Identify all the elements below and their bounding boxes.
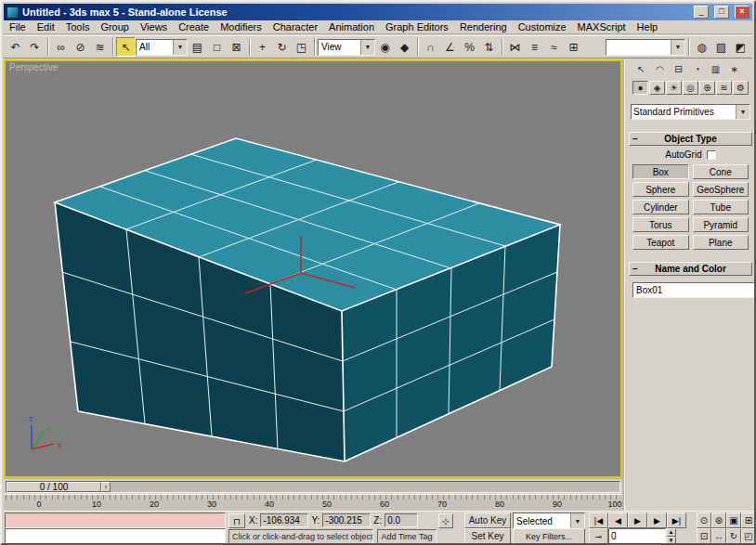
perspective-viewport[interactable]: Perspective bbox=[4, 59, 622, 478]
pyramid-button[interactable]: Pyramid bbox=[693, 217, 749, 232]
bind-to-space-warp-icon[interactable]: ≋ bbox=[90, 37, 110, 57]
window-crossing-icon[interactable]: ⊠ bbox=[227, 37, 246, 57]
title-bar[interactable]: Untitled - 3ds max 5 - Stand-alone Licen… bbox=[4, 4, 752, 20]
selection-lock-toggle[interactable]: ⊓ bbox=[228, 513, 245, 528]
key-mode-toggle[interactable]: ⊸ bbox=[589, 528, 608, 544]
undo-icon[interactable]: ↶ bbox=[6, 37, 25, 57]
object-type-rollout-header[interactable]: − Object Type bbox=[629, 132, 752, 146]
viewport-label[interactable]: Perspective bbox=[9, 62, 58, 72]
track-bar[interactable]: 0 10 20 30 40 50 60 70 80 90 100 bbox=[4, 494, 622, 511]
menu-group[interactable]: Group bbox=[95, 20, 135, 33]
schematic-view-icon[interactable]: ⊞ bbox=[564, 37, 583, 57]
select-and-link-icon[interactable]: ∞ bbox=[51, 37, 71, 57]
go-to-start-button[interactable]: |◀ bbox=[589, 513, 608, 528]
select-object-icon[interactable]: ↖ bbox=[116, 37, 136, 57]
menu-maxscript[interactable]: MAXScript bbox=[572, 20, 632, 33]
curve-editor-icon[interactable]: ≈ bbox=[544, 37, 564, 57]
chevron-down-icon[interactable]: ▼ bbox=[570, 513, 584, 528]
name-color-rollout-header[interactable]: − Name and Color bbox=[629, 262, 752, 276]
render-scene-icon[interactable]: ▨ bbox=[711, 37, 731, 57]
min-max-toggle-icon[interactable]: ◰ bbox=[741, 528, 756, 544]
zoom-all-icon[interactable]: ⊛ bbox=[711, 513, 726, 528]
zoom-extents-icon[interactable]: ▣ bbox=[726, 513, 741, 528]
tube-button[interactable]: Tube bbox=[693, 200, 749, 214]
maxscript-mini-listener-macro[interactable] bbox=[5, 513, 226, 528]
snap-toggle-icon[interactable]: ∩ bbox=[421, 37, 440, 57]
rectangular-selection-region-icon[interactable]: □ bbox=[207, 37, 227, 57]
pan-icon[interactable]: ↔ bbox=[711, 528, 726, 544]
primitive-category-dropdown[interactable]: Standard Primitives ▼ bbox=[631, 104, 750, 120]
cameras-category-icon[interactable]: ◎ bbox=[683, 81, 698, 95]
use-center-icon[interactable]: ◉ bbox=[375, 37, 395, 57]
menu-customize[interactable]: Customize bbox=[513, 20, 572, 33]
auto-key-button[interactable]: Auto Key bbox=[464, 513, 511, 528]
align-icon[interactable]: ≡ bbox=[525, 37, 544, 57]
zoom-extents-all-icon[interactable]: ⊞ bbox=[741, 513, 756, 528]
lights-category-icon[interactable]: ☀ bbox=[666, 81, 682, 95]
modify-tab-icon[interactable]: ◠ bbox=[651, 62, 669, 76]
menu-create[interactable]: Create bbox=[173, 20, 215, 33]
reference-coordinate-system-dropdown[interactable]: View ▼ bbox=[318, 39, 375, 56]
material-editor-icon[interactable]: ◍ bbox=[692, 37, 711, 57]
named-selection-sets-field[interactable]: ▼ bbox=[606, 39, 685, 56]
percent-snap-icon[interactable]: % bbox=[460, 37, 479, 57]
systems-category-icon[interactable]: ⚙ bbox=[733, 81, 749, 95]
helpers-category-icon[interactable]: ⊕ bbox=[699, 81, 715, 95]
redo-icon[interactable]: ↷ bbox=[25, 37, 45, 57]
geometry-category-icon[interactable]: ● bbox=[632, 81, 648, 95]
hierarchy-tab-icon[interactable]: ⊟ bbox=[670, 62, 687, 76]
chevron-down-icon[interactable]: ▼ bbox=[736, 105, 749, 119]
menu-tools[interactable]: Tools bbox=[60, 20, 96, 33]
quick-render-icon[interactable]: ◩ bbox=[731, 37, 750, 57]
close-button[interactable]: × bbox=[735, 6, 749, 19]
chevron-down-icon[interactable]: ▼ bbox=[671, 40, 684, 55]
utilities-tab-icon[interactable]: ∗ bbox=[725, 62, 743, 76]
add-time-tag[interactable]: Add Time Tag bbox=[377, 529, 437, 544]
y-coordinate-field[interactable] bbox=[322, 513, 371, 527]
previous-frame-button[interactable]: ◀ bbox=[608, 513, 628, 528]
menu-animation[interactable]: Animation bbox=[323, 20, 380, 33]
zoom-icon[interactable]: ⊙ bbox=[697, 513, 711, 528]
minimize-button[interactable]: _ bbox=[694, 6, 709, 19]
mirror-icon[interactable]: ⋈ bbox=[505, 37, 525, 57]
display-tab-icon[interactable]: ▥ bbox=[707, 62, 724, 76]
current-frame-field[interactable] bbox=[608, 528, 666, 544]
menu-views[interactable]: Views bbox=[135, 20, 173, 33]
torus-button[interactable]: Torus bbox=[632, 217, 689, 232]
select-and-rotate-icon[interactable]: ↻ bbox=[272, 37, 292, 57]
menu-rendering[interactable]: Rendering bbox=[454, 20, 513, 33]
angle-snap-icon[interactable]: ∠ bbox=[440, 37, 460, 57]
spinner-snap-icon[interactable]: ⇅ bbox=[479, 37, 499, 57]
select-and-manipulate-icon[interactable]: ◆ bbox=[395, 37, 414, 57]
plane-button[interactable]: Plane bbox=[693, 235, 749, 250]
play-animation-button[interactable]: ▶ bbox=[628, 513, 647, 528]
teapot-button[interactable]: Teapot bbox=[632, 235, 689, 250]
select-and-scale-icon[interactable]: ◳ bbox=[292, 37, 311, 57]
geosphere-button[interactable]: GeoSphere bbox=[693, 182, 749, 197]
time-slider-handle[interactable]: 0 / 100 bbox=[7, 482, 101, 492]
object-name-field[interactable] bbox=[632, 282, 756, 298]
key-filters-button[interactable]: Key Filters... bbox=[513, 528, 585, 544]
zoom-region-icon[interactable]: ⊡ bbox=[697, 528, 711, 544]
x-coordinate-field[interactable] bbox=[260, 513, 308, 527]
cylinder-button[interactable]: Cylinder bbox=[632, 200, 689, 214]
menu-graph-editors[interactable]: Graph Editors bbox=[380, 20, 454, 33]
menu-help[interactable]: Help bbox=[632, 20, 664, 33]
create-tab-icon[interactable]: ↖ bbox=[632, 62, 650, 76]
go-to-end-button[interactable]: ▶| bbox=[667, 513, 686, 528]
chevron-down-icon[interactable]: ▼ bbox=[173, 40, 187, 55]
box-button[interactable]: Box bbox=[632, 164, 689, 179]
spinner-down-icon[interactable]: ▼ bbox=[666, 537, 676, 545]
chevron-down-icon[interactable]: ▼ bbox=[360, 40, 374, 55]
viewport-canvas[interactable]: x y z bbox=[6, 61, 620, 476]
frame-spinner[interactable]: ▲ ▼ bbox=[666, 528, 676, 544]
next-frame-button[interactable]: ▶ bbox=[647, 513, 667, 528]
shapes-category-icon[interactable]: ◈ bbox=[649, 81, 665, 95]
time-slider-track[interactable]: 0 / 100 › bbox=[6, 481, 620, 493]
select-by-name-icon[interactable]: ▤ bbox=[188, 37, 207, 57]
arc-rotate-icon[interactable]: ↻ bbox=[726, 528, 741, 544]
box-object[interactable] bbox=[55, 138, 560, 461]
menu-character[interactable]: Character bbox=[267, 20, 323, 33]
menu-file[interactable]: File bbox=[4, 20, 32, 33]
select-and-move-icon[interactable]: + bbox=[253, 37, 272, 57]
